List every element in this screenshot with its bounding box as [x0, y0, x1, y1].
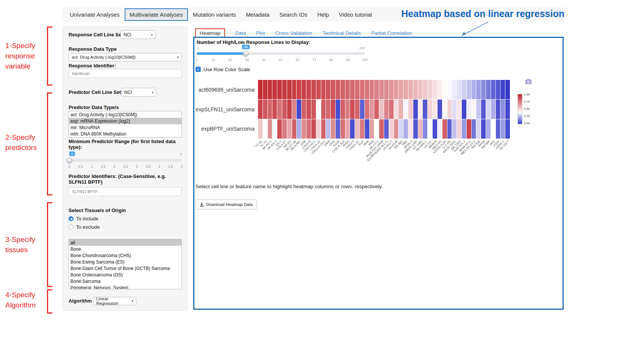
response-lines-slider[interactable]: 1 100 30 1112131415161718191100 — [197, 45, 365, 62]
listbox-option[interactable]: Bone:Sarcoma — [69, 278, 181, 284]
response-lines-slider-label: Number of High/Low Response Lines to Dis… — [197, 39, 310, 45]
use-row-color-scale-checkbox[interactable] — [195, 67, 201, 72]
slider-tick-mark — [213, 56, 214, 58]
heatmap-cell — [500, 100, 505, 119]
slider-tick-mark — [230, 56, 230, 58]
predictor-data-type-label: Predictor Data Type/s — [69, 105, 119, 110]
heatmap-cell — [297, 100, 301, 119]
heatmap-cell — [467, 80, 471, 99]
tab-plot[interactable]: Plot — [256, 30, 265, 36]
use-row-color-scale-label: Use Row Color Scale — [203, 67, 250, 72]
response-cell-line-set-select[interactable]: NCI ▾ — [120, 30, 156, 39]
colorbar-tick: 0.75 — [524, 100, 530, 103]
heatmap-cell — [418, 100, 423, 119]
slider-handle[interactable] — [243, 51, 249, 56]
heatmap-cell — [355, 119, 360, 139]
tab-technical-details[interactable]: Technical Details — [323, 30, 361, 36]
slider-tick-label: 2.5 — [123, 165, 128, 169]
slider-tick-label: 1.5 — [101, 165, 106, 169]
heatmap-cell — [418, 119, 423, 139]
algorithm-select[interactable]: Linear Regression ▾ — [93, 297, 136, 305]
heatmap-row-label[interactable]: expBPTF_uniSarcoma — [201, 126, 255, 132]
heatmap-row-label[interactable]: act609699_uniSarcoma — [199, 87, 255, 93]
nav-item[interactable]: Search IDs — [274, 8, 312, 21]
heatmap-cell — [418, 80, 423, 99]
nav-item[interactable]: Multivariate Analyses — [125, 8, 188, 21]
heatmap-cell — [277, 80, 282, 99]
listbox-option[interactable]: exp: mRNA Expression (log2) — [69, 118, 181, 124]
response-lines-ticks: 1112131415161718191100 — [197, 56, 365, 62]
nav-item[interactable]: Metadata — [241, 8, 275, 21]
heatmap-cell — [345, 80, 350, 99]
heatmap-cell — [263, 119, 267, 139]
heatmap-cell — [336, 100, 340, 119]
predictor-identifiers-input[interactable] — [69, 187, 182, 196]
heatmap-cell — [403, 80, 408, 99]
heatmap-cell — [486, 100, 491, 119]
listbox-option[interactable]: Bone:Osteosarcoma (OS) — [69, 272, 181, 278]
slider-tick-label: 0.5 — [78, 165, 83, 169]
min-predictor-range-slider[interactable]: 0 5 00.511.522.533.544.55 — [69, 151, 182, 168]
heatmap-cell — [403, 119, 408, 139]
listbox-option[interactable]: mth: DNA 850K Methylation — [69, 131, 181, 137]
heatmap-cell — [306, 100, 311, 119]
download-heatmap-button[interactable]: Download Heatmap Data — [195, 200, 257, 209]
heatmap-grid — [258, 80, 510, 139]
tab-data[interactable]: Data — [235, 30, 246, 36]
slider-tick-mark — [148, 163, 148, 164]
slider-handle[interactable] — [67, 158, 72, 163]
slider-tick-label: 21 — [228, 58, 232, 62]
slider-tick-mark — [92, 163, 92, 164]
heatmap-cell — [268, 119, 272, 139]
annotation-bracket-2 — [47, 92, 52, 195]
tissue-include-radio[interactable]: To include — [69, 216, 98, 222]
nav-item[interactable]: Help — [313, 8, 334, 21]
listbox-option[interactable]: Bone:Ewing Sarcoma (ES) — [69, 259, 181, 265]
heatmap-row-label[interactable]: expSLFN11_uniSarcoma — [196, 106, 255, 112]
nav-item[interactable]: Video tutorial — [334, 8, 377, 21]
listbox-option[interactable]: mir: MicroRNA — [69, 124, 181, 131]
heatmap-cell — [341, 80, 345, 99]
predictor-range-ticks: 00.511.522.533.544.55 — [69, 163, 182, 169]
page: Univariate AnalysesMultivariate Analyses… — [0, 0, 644, 362]
listbox-option[interactable]: Bone:Giant Cell Tumor of Bone (GCTB) Sar… — [69, 265, 181, 272]
response-data-type-select[interactable]: act: Drug Activity (-log10[IC50M]) ▾ — [69, 53, 182, 61]
listbox-option[interactable]: all — [69, 239, 181, 246]
listbox-option[interactable]: act: Drug Activity (-log10[IC50M]) — [69, 111, 181, 118]
heatmap-cell — [302, 119, 306, 139]
nav-item[interactable]: Univariate Analyses — [65, 8, 125, 21]
slider-track[interactable] — [69, 159, 182, 162]
heatmap-cell — [462, 119, 466, 139]
heatmap-cell — [472, 80, 476, 99]
slider-tick-mark — [125, 163, 126, 164]
listbox-option[interactable]: Peripheral_Nervous_System — [69, 284, 181, 289]
heatmap-cell — [306, 119, 311, 139]
response-data-type-label: Response Data Type — [69, 46, 117, 52]
heatmap-cell — [505, 80, 510, 99]
annotation-bracket-3 — [47, 202, 52, 287]
tab-partial-correlation[interactable]: Partial Correlation — [371, 30, 412, 36]
heatmap-cell — [447, 100, 452, 119]
heatmap-cell — [370, 100, 374, 119]
slider-tick-mark — [331, 56, 331, 58]
listbox-option[interactable]: Bone:Chondrosarcoma (CHS) — [69, 252, 181, 259]
predictor-data-type-listbox[interactable]: act: Drug Activity (-log10[IC50M])exp: m… — [69, 111, 182, 137]
heatmap-cell — [384, 80, 389, 99]
slider-tick-label: 0 — [68, 165, 70, 169]
tissue-exclude-radio[interactable]: To exclude — [69, 224, 100, 230]
listbox-option[interactable]: Bone — [69, 246, 181, 252]
heatmap-cell — [462, 100, 466, 119]
select-value: NCI — [123, 32, 131, 37]
slider-max-label: 100 — [359, 46, 365, 50]
tab-cross-validation[interactable]: Cross-Validation — [275, 30, 313, 36]
predictor-cell-line-set-select[interactable]: NCI ▾ — [121, 88, 156, 97]
nav-item[interactable]: Mutation variants — [188, 8, 241, 21]
response-identifier-input[interactable] — [69, 69, 182, 78]
download-icon — [200, 202, 204, 207]
slider-tick-mark — [281, 56, 281, 58]
heatmap-cell — [258, 119, 263, 139]
tissue-listbox[interactable]: allBoneBone:Chondrosarcoma (CHS)Bone:Ewi… — [69, 239, 182, 289]
heatmap-cell — [287, 80, 292, 99]
camera-icon[interactable] — [525, 79, 532, 84]
heatmap-cell — [287, 100, 292, 119]
